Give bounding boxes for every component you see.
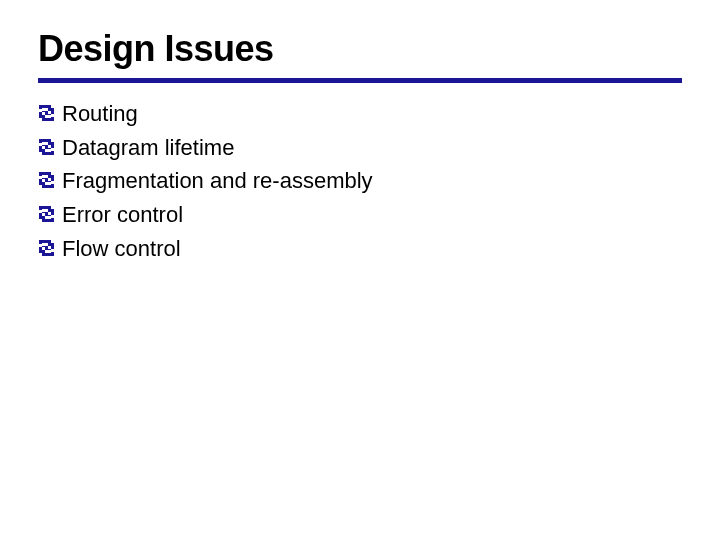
- title-underline: [38, 78, 682, 83]
- list-item: Routing: [38, 99, 682, 129]
- list-item: Datagram lifetime: [38, 133, 682, 163]
- bullet-text: Routing: [62, 99, 138, 129]
- bullet-text: Fragmentation and re-assembly: [62, 166, 373, 196]
- zigzag-bullet-icon: [38, 104, 56, 122]
- slide-title: Design Issues: [38, 28, 682, 70]
- bullet-list: Routing Datagram lifetime Fragmentation …: [38, 99, 682, 263]
- list-item: Flow control: [38, 234, 682, 264]
- slide-container: Design Issues Routing Datagram lifetime: [0, 0, 720, 295]
- zigzag-bullet-icon: [38, 205, 56, 223]
- list-item: Fragmentation and re-assembly: [38, 166, 682, 196]
- zigzag-bullet-icon: [38, 138, 56, 156]
- zigzag-bullet-icon: [38, 171, 56, 189]
- bullet-text: Error control: [62, 200, 183, 230]
- bullet-text: Datagram lifetime: [62, 133, 234, 163]
- zigzag-bullet-icon: [38, 239, 56, 257]
- bullet-text: Flow control: [62, 234, 181, 264]
- list-item: Error control: [38, 200, 682, 230]
